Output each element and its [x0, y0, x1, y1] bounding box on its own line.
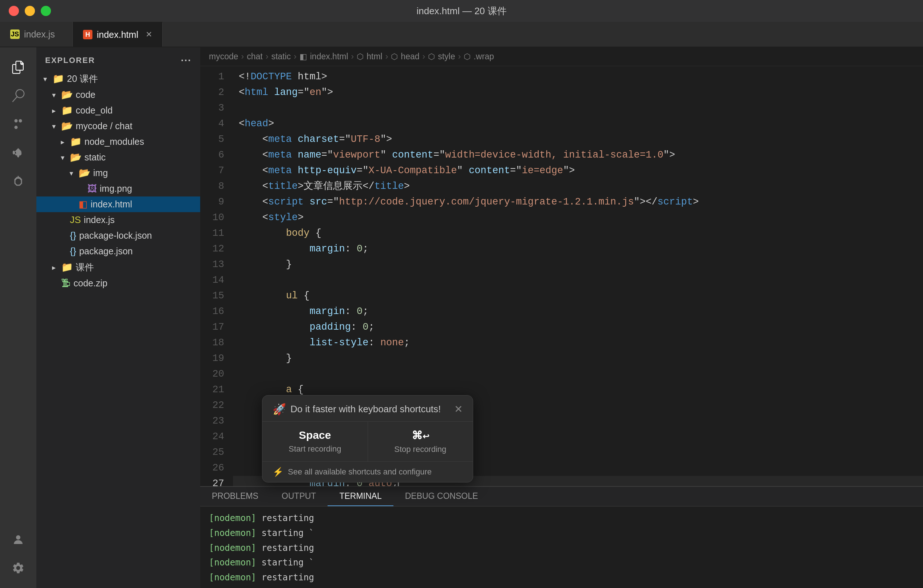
popup-footer[interactable]: ⚡ See all available shortcuts and config…	[263, 462, 473, 482]
file-icon-js: JS	[70, 214, 81, 226]
terminal-line-2: [nodemon] starting `	[209, 526, 914, 541]
code-line-18: list-style: none;	[233, 335, 923, 351]
tree-item-mycode-chat[interactable]: 📂 mycode / chat	[36, 118, 200, 134]
tree-arrow-icon	[58, 138, 67, 146]
file-icon-json: {}	[70, 230, 76, 241]
traffic-lights	[9, 6, 51, 16]
folder-icon: 📂	[70, 152, 82, 163]
tree-item-code-zip[interactable]: 🗜 code.zip	[36, 276, 200, 291]
footer-info-icon: ⚡	[273, 467, 284, 477]
folder-icon: 📁	[70, 136, 82, 147]
folder-icon: 📂	[61, 120, 73, 132]
popup-header: 🚀 Do it faster with keyboard shortcuts! …	[263, 396, 473, 422]
tree-arrow-icon	[49, 90, 58, 99]
tree-label: index.js	[84, 215, 115, 225]
tree-arrow-icon	[49, 122, 58, 131]
tab-index-html[interactable]: H index.html ✕	[73, 22, 163, 47]
code-line-17: padding: 0;	[233, 319, 923, 335]
breadcrumb-css-icon: ⬡	[464, 52, 471, 61]
terminal-line-5: [nodemon] restarting	[209, 570, 914, 585]
tree-item-img[interactable]: 📂 img	[36, 165, 200, 181]
close-button[interactable]	[9, 6, 19, 16]
code-line-1: <!DOCTYPE html>	[233, 69, 923, 85]
tree-item-static[interactable]: 📂 static	[36, 149, 200, 165]
svg-point-0	[16, 535, 20, 540]
main-content: EXPLORER ··· 📁 20 课件 📂 code 📁 code_old	[0, 47, 923, 588]
tree-item-keijian[interactable]: 📁 课件	[36, 259, 200, 276]
maximize-button[interactable]	[41, 6, 51, 16]
source-control-icon[interactable]	[5, 111, 31, 137]
breadcrumb-wrap[interactable]: .wrap	[473, 52, 494, 61]
code-line-16: margin: 0;	[233, 304, 923, 319]
code-line-20	[233, 366, 923, 382]
shortcut-cmd-label: Stop recording	[394, 445, 446, 454]
run-debug-icon[interactable]	[5, 140, 31, 165]
settings-icon[interactable]	[5, 555, 31, 581]
tree-label: code.zip	[74, 278, 107, 289]
tree-label: 20 课件	[67, 73, 98, 85]
code-line-3	[233, 100, 923, 116]
breadcrumb-index-html[interactable]: index.html	[310, 52, 348, 61]
tree-item-index-js[interactable]: JS index.js	[36, 212, 200, 228]
extensions-icon[interactable]	[5, 168, 31, 194]
tree-item-code-old[interactable]: 📁 code_old	[36, 103, 200, 118]
code-line-8: <title>文章信息展示</title>	[233, 179, 923, 194]
tree-label: img	[93, 168, 108, 178]
sidebar-header: EXPLORER ···	[36, 47, 200, 71]
search-icon[interactable]	[5, 83, 31, 108]
tree-item-package-lock[interactable]: {} package-lock.json	[36, 228, 200, 243]
tree-arrow-icon	[49, 263, 58, 272]
terminal-line-3: [nodemon] restarting	[209, 541, 914, 556]
breadcrumb-static[interactable]: static	[271, 52, 291, 61]
app: JS index.js H index.html ✕	[0, 22, 923, 588]
sidebar-title: EXPLORER	[45, 56, 95, 65]
activity-bottom	[5, 527, 31, 588]
tree-item-package-json[interactable]: {} package.json	[36, 243, 200, 259]
file-icon-html: ◧	[79, 199, 88, 210]
tree-label: mycode / chat	[76, 121, 133, 131]
explorer-icon[interactable]	[5, 54, 31, 80]
tree-label: package-lock.json	[79, 230, 152, 241]
keyboard-shortcuts-popup: 🚀 Do it faster with keyboard shortcuts! …	[262, 395, 473, 483]
sidebar-menu-icon[interactable]: ···	[181, 54, 191, 66]
tab-bar: JS index.js H index.html ✕	[0, 22, 923, 47]
folder-icon: 📂	[79, 168, 90, 179]
code-line-14	[233, 273, 923, 288]
tree-item-node-modules[interactable]: 📁 node_modules	[36, 134, 200, 149]
breadcrumb-html-icon: ◧	[299, 52, 307, 61]
account-icon[interactable]	[5, 527, 31, 552]
file-icon-json: {}	[70, 246, 76, 257]
breadcrumb-chat[interactable]: chat	[247, 52, 263, 61]
popup-emoji: 🚀	[273, 403, 286, 416]
tree-item-code[interactable]: 📂 code	[36, 87, 200, 103]
folder-icon: 📂	[61, 89, 73, 100]
popup-close-button[interactable]: ✕	[454, 403, 463, 415]
line-numbers: 1 2 3 4 5 6 7 8 9 10 11 12 13 14 15 16 1	[200, 66, 233, 486]
shortcut-cmd-key: ⌘↩	[412, 429, 429, 442]
code-line-4: <head>	[233, 116, 923, 132]
tab-index-js[interactable]: JS index.js	[0, 22, 73, 47]
breadcrumb-mycode[interactable]: mycode	[209, 52, 238, 61]
minimize-button[interactable]	[25, 6, 35, 16]
breadcrumb-html[interactable]: html	[366, 52, 382, 61]
tree-item-img-png[interactable]: 🖼 img.png	[36, 181, 200, 197]
tree-label: code	[76, 90, 95, 100]
breadcrumb-style[interactable]: style	[438, 52, 455, 61]
tab-output[interactable]: OUTPUT	[270, 487, 328, 506]
tree-arrow-icon	[49, 106, 58, 115]
shortcut-cmd-enter[interactable]: ⌘↩ Stop recording	[368, 422, 473, 462]
shortcut-space[interactable]: Space Start recording	[263, 422, 368, 462]
tab-problems[interactable]: PROBLEMS	[200, 487, 270, 506]
tree-item-20-keijian[interactable]: 📁 20 课件	[36, 71, 200, 87]
tab-close-icon[interactable]: ✕	[146, 30, 152, 39]
tab-terminal[interactable]: TERMINAL	[328, 487, 393, 506]
breadcrumb-element-icon: ⬡	[357, 52, 364, 61]
code-line-9: <script src="http://code.jquery.com/jque…	[233, 194, 923, 210]
code-line-13: }	[233, 257, 923, 273]
tab-debug-console[interactable]: DEBUG CONSOLE	[393, 487, 490, 506]
terminal-line-6: [nodemon] starting `	[209, 585, 914, 588]
breadcrumb-head[interactable]: head	[401, 52, 419, 61]
tree-item-index-html[interactable]: ◧ index.html	[36, 197, 200, 212]
code-line-10: <style>	[233, 210, 923, 226]
tree-arrow-icon	[67, 169, 76, 177]
